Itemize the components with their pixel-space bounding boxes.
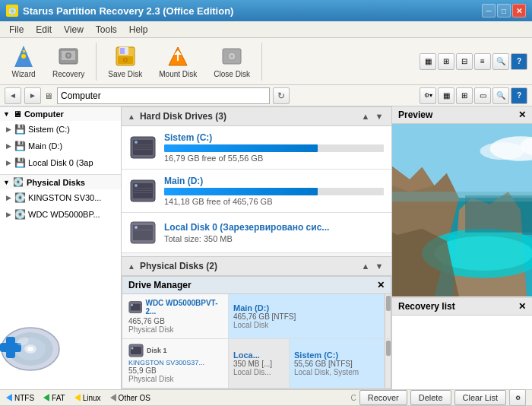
tree-expand-main[interactable]: ▶ <box>3 141 14 151</box>
clear-list-button[interactable]: Clear List <box>454 390 506 405</box>
close-disk-button[interactable]: Close Disk <box>207 40 257 82</box>
drive-item-sistem[interactable]: Sistem (C:) 16,79 GB free of 55,56 GB <box>122 126 391 170</box>
menu-view[interactable]: View <box>58 23 90 36</box>
search-button[interactable]: 🔍 <box>492 87 509 104</box>
menu-edit[interactable]: Edit <box>30 23 58 36</box>
recovery-list-close[interactable]: ✕ <box>518 301 526 312</box>
svg-text:★: ★ <box>21 48 27 55</box>
drive-item-main[interactable]: Main (D:) 141,18 GB free of 465,76 GB <box>122 170 391 213</box>
drive-icon-wdc: 💽 <box>14 208 26 220</box>
disk-label-wdc[interactable]: WDC WD5000BPVT-2... 465,76 GB Physical D… <box>122 294 229 338</box>
disk-kingston-partitions: Loca... 350 MB [...] Local Dis... Sistem… <box>229 339 385 388</box>
legend-linux: Linux <box>74 394 101 402</box>
computer-icon: 🖥 <box>44 91 52 100</box>
tree-item-local-disk0[interactable]: ▶ 💾 Local Disk 0 (Зар <box>0 154 121 171</box>
refresh-button[interactable]: ↻ <box>273 87 290 104</box>
tree-expand-sistem[interactable]: ▶ <box>3 124 14 135</box>
tree-item-wdc[interactable]: ▶ 💽 WDC WD5000BP... <box>0 206 121 223</box>
kingston-name: KINGSTON SV300S37... <box>128 359 222 366</box>
tree-expand-physical[interactable]: ▼ <box>3 179 10 186</box>
svg-rect-33 <box>134 230 152 230</box>
list-view-btn[interactable]: ▭ <box>474 87 491 104</box>
tree-expand-local[interactable]: ▶ <box>3 157 14 168</box>
tree-group-computer[interactable]: ▼ 🖥 Computer <box>0 106 121 121</box>
drive-bar-sistem <box>164 144 384 152</box>
hdd-scroll-up[interactable]: ▲ <box>359 110 372 122</box>
disk-wdc-scrollbar[interactable] <box>385 294 391 338</box>
wizard-label: Wizard <box>11 70 35 78</box>
tree-item-main-d[interactable]: ▶ 💾 Main (D:) <box>0 138 121 154</box>
close-disk-icon <box>220 44 244 68</box>
svg-rect-29 <box>134 192 152 193</box>
recovery-button[interactable]: Recovery <box>46 40 91 82</box>
delete-button[interactable]: Delete <box>410 390 451 405</box>
mount-disk-button[interactable]: Mount Disk <box>152 40 204 82</box>
legend-fat-label: FAT <box>52 394 65 402</box>
disk-kingston-scrollbar[interactable] <box>385 339 391 388</box>
icon-view-btn[interactable]: ⊞ <box>456 87 473 104</box>
physical-chevron[interactable]: ▲ <box>128 262 135 271</box>
save-disk-icon <box>113 44 138 68</box>
svg-point-18 <box>230 55 233 58</box>
legend-settings-button[interactable]: ⚙ <box>509 389 526 406</box>
right-panel: Preview ✕ <box>391 106 532 389</box>
hdd-chevron[interactable]: ▲ <box>128 113 135 121</box>
thumbnail-view-btn[interactable]: ▦ <box>438 87 454 104</box>
forward-button[interactable]: ► <box>24 87 41 104</box>
back-button[interactable]: ◄ <box>5 87 21 104</box>
detail-view-button[interactable]: 🔍 <box>492 53 509 70</box>
maximize-button[interactable]: □ <box>497 4 511 17</box>
kingston-part1-type: Local Dis... <box>233 368 284 376</box>
wdc-part-name: Main (D:) <box>233 303 379 312</box>
help-button[interactable]: ? <box>511 53 527 70</box>
tree-expand-wdc[interactable]: ▶ <box>3 209 14 220</box>
physical-scroll-down[interactable]: ▼ <box>373 260 385 272</box>
view-settings-button[interactable]: ⚙▾ <box>420 87 436 104</box>
tree-expand-computer[interactable]: ▼ <box>3 110 10 118</box>
menu-file[interactable]: File <box>3 23 30 36</box>
kingston-type: Physical Disk <box>128 375 222 383</box>
disk-kingston-partition-sistem[interactable]: Sistem (C:) 55,56 GB [NTFS] Local Disk, … <box>290 339 385 388</box>
drive-manager-close[interactable]: ✕ <box>377 280 385 290</box>
physical-scroll-up[interactable]: ▲ <box>359 260 372 272</box>
close-button[interactable]: ✕ <box>512 4 526 17</box>
app-title: Starus Partition Recovery 2.3 (Office Ed… <box>23 5 233 17</box>
drive-bar-fill-sistem <box>164 144 318 152</box>
legend-otheros-label: Other OS <box>119 394 150 402</box>
save-disk-button[interactable]: Save Disk <box>101 40 149 82</box>
drive-item-local0[interactable]: Local Disk 0 (Зарезервировано сис... Tot… <box>122 213 391 253</box>
svg-point-12 <box>124 59 126 62</box>
drive-icon-local: 💾 <box>14 157 26 169</box>
mount-disk-label: Mount Disk <box>159 70 197 78</box>
toolbar: ★ Wizard Recovery <box>0 38 532 85</box>
address-input[interactable] <box>57 87 270 104</box>
menu-tools[interactable]: Tools <box>90 23 123 36</box>
svg-point-30 <box>135 184 138 187</box>
disk-wdc-size: 465,76 GB <box>128 317 222 325</box>
help-addr-button[interactable]: ? <box>511 87 527 104</box>
disk-wdc-partition-main[interactable]: Main (D:) 465,76 GB [NTFS] Local Disk <box>229 294 385 338</box>
wdc-part-size: 465,76 GB [NTFS] <box>233 312 379 321</box>
wizard-button[interactable]: ★ Wizard <box>5 40 43 82</box>
wizard-icon: ★ <box>11 44 36 68</box>
small-icon-button[interactable]: ⊟ <box>456 53 473 70</box>
tree-expand-kingston[interactable]: ▶ <box>3 192 14 203</box>
tree-item-kingston[interactable]: ▶ 💽 KINGSTON SV30... <box>0 189 121 206</box>
preview-close[interactable]: ✕ <box>518 109 526 120</box>
list-view-button[interactable]: ≡ <box>474 53 491 70</box>
large-icon-button[interactable]: ⊞ <box>438 53 454 70</box>
drive-name-main: Main (D:) <box>164 176 384 186</box>
recover-button[interactable]: Recover <box>359 390 407 405</box>
minimize-button[interactable]: ─ <box>482 4 496 17</box>
disk-kingston-scrollbar-thumb <box>386 341 391 356</box>
hdd-scroll-down[interactable]: ▼ <box>373 110 385 122</box>
title-controls[interactable]: ─ □ ✕ <box>482 4 526 17</box>
grid-view-button[interactable]: ▦ <box>420 53 436 70</box>
tree-item-sistem-c[interactable]: ▶ 💾 Sistem (C:) <box>0 121 121 138</box>
disk-label-kingston[interactable]: Disk 1 KINGSTON SV300S37... 55,9 GB Phys… <box>122 339 229 388</box>
drive-manager-title: Drive Manager <box>128 280 192 290</box>
tree-group-physical[interactable]: ▼ 💽 Physical Disks <box>0 174 121 189</box>
tree-label-local: Local Disk 0 (Зар <box>28 158 93 167</box>
menu-help[interactable]: Help <box>123 23 154 36</box>
disk-kingston-partition-local[interactable]: Loca... 350 MB [...] Local Dis... <box>229 339 290 388</box>
